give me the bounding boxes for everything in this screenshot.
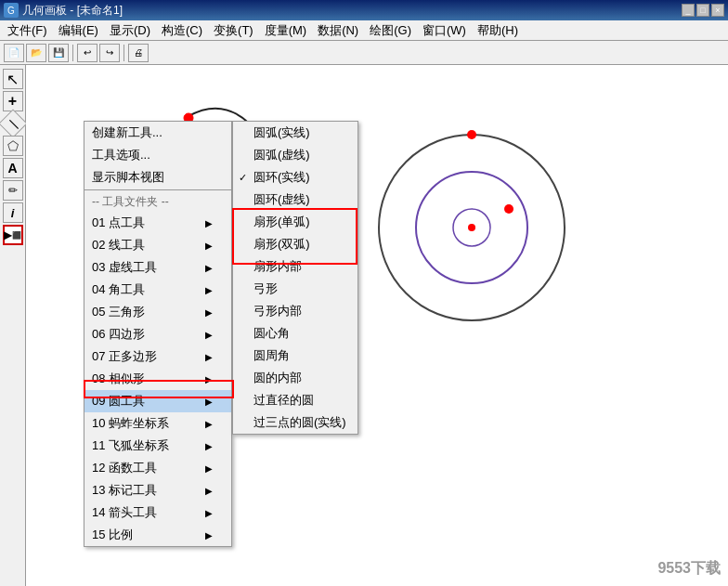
svg-point-5 <box>504 204 514 214</box>
ctx-show-script[interactable]: 显示脚本视图 <box>84 166 231 190</box>
menu-data[interactable]: 数据(N) <box>312 20 364 41</box>
line-tool-button[interactable]: | <box>0 109 27 137</box>
ctx-03-dashed[interactable]: 03 虚线工具▶ <box>84 256 231 279</box>
window-controls[interactable]: _ □ × <box>682 4 724 17</box>
ctx-15-scale[interactable]: 15 比例▶ <box>84 524 231 546</box>
sub-ring-dashed[interactable]: 圆环(虚线) <box>233 189 358 211</box>
ctx-13-marker[interactable]: 13 标记工具▶ <box>84 479 231 501</box>
ctx-06-quadrilateral[interactable]: 06 四边形▶ <box>84 323 231 345</box>
sub-central-angle[interactable]: 圆心角 <box>233 322 358 345</box>
text-tool-button[interactable]: A <box>3 158 23 178</box>
custom-tool-button[interactable]: ▶⬛ <box>3 225 23 245</box>
sub-arc-dashed[interactable]: 圆弧(虚线) <box>233 144 358 166</box>
toolbar-undo[interactable]: ↩ <box>77 44 98 62</box>
ctx-folder-header: -- 工具文件夹 -- <box>84 192 231 212</box>
ctx-05-triangle[interactable]: 05 三角形▶ <box>84 301 231 323</box>
ctx-10-coord1[interactable]: 10 蚂蚱坐标系▶ <box>84 412 231 435</box>
svg-point-6 <box>468 224 475 231</box>
submenu: 圆弧(实线) 圆弧(虚线) 圆环(实线) 圆环(虚线) 扇形(单弧) 扇形(双弧… <box>232 121 358 435</box>
ctx-02-line[interactable]: 02 线工具▶ <box>84 234 231 256</box>
context-menu: 创建新工具... 工具选项... 显示脚本视图 -- 工具文件夹 -- 01 点… <box>84 121 232 547</box>
toolbar-redo[interactable]: ↪ <box>99 44 120 62</box>
menu-display[interactable]: 显示(D) <box>104 20 156 41</box>
ctx-14-arrow[interactable]: 14 箭头工具▶ <box>84 501 231 524</box>
info-tool-button[interactable]: i <box>3 202 23 223</box>
canvas-area[interactable]: 创建新工具... 工具选项... 显示脚本视图 -- 工具文件夹 -- 01 点… <box>26 65 728 586</box>
sub-sector-single[interactable]: 扇形(单弧) <box>233 211 358 233</box>
menu-file[interactable]: 文件(F) <box>2 20 53 41</box>
left-toolbar: ↖ + | ⬠ A ✏ i ▶⬛ <box>0 65 26 586</box>
menu-window[interactable]: 窗口(W) <box>417 20 472 41</box>
ctx-09-circle[interactable]: 09 圆工具▶ <box>84 390 231 412</box>
arrow-tool-button[interactable]: ↖ <box>3 69 23 89</box>
close-button[interactable]: × <box>711 4 724 17</box>
sub-ring-solid[interactable]: 圆环(实线) <box>233 166 358 189</box>
menu-edit[interactable]: 编辑(E) <box>53 20 104 41</box>
toolbar-print[interactable]: 🖨 <box>128 44 149 62</box>
ctx-01-point[interactable]: 01 点工具▶ <box>84 212 231 234</box>
main-area: ↖ + | ⬠ A ✏ i ▶⬛ <box>0 65 728 586</box>
ctx-04-angle[interactable]: 04 角工具▶ <box>84 279 231 301</box>
window-title: 几何画板 - [未命名1] <box>22 3 682 19</box>
maximize-button[interactable]: □ <box>696 4 709 17</box>
polygon-tool-button[interactable]: ⬠ <box>3 136 23 156</box>
ctx-11-coord2[interactable]: 11 飞狐坐标系▶ <box>84 435 231 457</box>
svg-point-4 <box>467 130 476 139</box>
menu-graph[interactable]: 绘图(G) <box>364 20 417 41</box>
sub-three-point-circle[interactable]: 过三点的圆(实线) <box>233 411 358 434</box>
sub-inscribed-angle[interactable]: 圆周角 <box>233 345 358 367</box>
toolbar-sep1 <box>72 45 73 61</box>
minimize-button[interactable]: _ <box>682 4 695 17</box>
app-icon: G <box>4 3 19 18</box>
sub-segment-interior[interactable]: 弓形内部 <box>233 300 358 322</box>
ctx-create-tool[interactable]: 创建新工具... <box>84 122 231 144</box>
toolbar: 📄 📂 💾 ↩ ↪ 🖨 <box>0 41 728 65</box>
title-bar: G 几何画板 - [未命名1] _ □ × <box>0 0 728 20</box>
sub-circle-interior[interactable]: 圆的内部 <box>233 367 358 389</box>
menu-help[interactable]: 帮助(H) <box>472 20 524 41</box>
toolbar-save[interactable]: 💾 <box>48 44 69 62</box>
sub-sector-interior[interactable]: 扇形内部 <box>233 255 358 278</box>
sub-segment[interactable]: 弓形 <box>233 278 358 300</box>
sub-sector-double[interactable]: 扇形(双弧) <box>233 233 358 255</box>
menu-measure[interactable]: 度量(M) <box>259 20 313 41</box>
ctx-08-similar[interactable]: 08 相似形▶ <box>84 368 231 390</box>
ctx-07-polygon[interactable]: 07 正多边形▶ <box>84 345 231 368</box>
menu-construct[interactable]: 构造(C) <box>156 20 208 41</box>
sub-diameter-circle[interactable]: 过直径的圆 <box>233 389 358 411</box>
ctx-tool-options[interactable]: 工具选项... <box>84 144 231 166</box>
ctx-12-function[interactable]: 12 函数工具▶ <box>84 457 231 479</box>
pencil-tool-button[interactable]: ✏ <box>3 180 23 201</box>
sub-arc-solid[interactable]: 圆弧(实线) <box>233 122 358 144</box>
toolbar-sep2 <box>124 45 124 61</box>
watermark: 9553下载 <box>657 559 721 579</box>
menu-bar: 文件(F) 编辑(E) 显示(D) 构造(C) 变换(T) 度量(M) 数据(N… <box>0 20 728 41</box>
menu-transform[interactable]: 变换(T) <box>208 20 259 41</box>
toolbar-open[interactable]: 📂 <box>26 44 46 62</box>
toolbar-new[interactable]: 📄 <box>4 44 24 62</box>
